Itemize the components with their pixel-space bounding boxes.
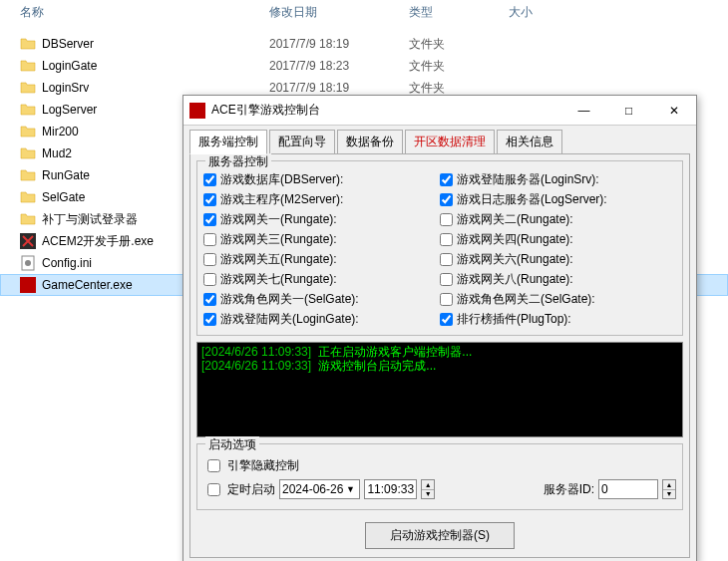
server-check-row: 排行榜插件(PlugTop): [440, 309, 676, 329]
col-type[interactable]: 类型 [409, 0, 509, 25]
server-checkbox[interactable] [203, 273, 216, 286]
file-date: 2017/7/9 18:19 [269, 37, 409, 51]
server-check-label: 游戏角色网关一(SelGate): [220, 291, 359, 308]
folder-icon [20, 58, 36, 74]
server-check-label: 游戏网关二(Rungate): [457, 211, 573, 228]
server-checkbox[interactable] [440, 173, 453, 186]
file-type: 文件夹 [409, 58, 509, 75]
server-check-label: 排行榜插件(PlugTop): [457, 311, 571, 328]
folder-icon [20, 36, 36, 52]
server-check-row: 游戏网关七(Rungate): [203, 269, 440, 289]
server-check-row: 游戏网关四(Rungate): [440, 229, 676, 249]
server-check-label: 游戏日志服务器(LogServer): [457, 191, 607, 208]
server-check-label: 游戏网关六(Rungate): [457, 251, 573, 268]
server-check-row: 游戏角色网关一(SelGate): [203, 289, 440, 309]
date-value: 2024-06-26 [282, 482, 343, 496]
server-check-row: 游戏网关一(Rungate): [203, 209, 440, 229]
launch-button[interactable]: 启动游戏控制器(S) [365, 522, 515, 549]
folder-icon [20, 167, 36, 183]
checks-right-column: 游戏登陆服务器(LoginSrv):游戏日志服务器(LogServer):游戏网… [440, 169, 676, 329]
svg-rect-3 [20, 277, 36, 293]
tab-0[interactable]: 服务端控制 [189, 130, 267, 154]
hide-engine-checkbox[interactable] [207, 459, 220, 472]
time-picker[interactable]: 11:09:33 [364, 479, 417, 499]
server-check-row: 游戏网关三(Rungate): [203, 229, 440, 249]
server-id-spinner[interactable]: ▲▼ [662, 479, 676, 499]
checks-left-column: 游戏数据库(DBServer):游戏主程序(M2Server):游戏网关一(Ru… [203, 169, 440, 329]
minimize-button[interactable]: — [561, 96, 606, 125]
server-checkbox[interactable] [203, 233, 216, 246]
servers-group-title: 服务器控制 [205, 153, 271, 170]
server-check-row: 游戏角色网关二(SelGate): [440, 289, 676, 309]
server-check-label: 游戏主程序(M2Server): [220, 191, 343, 208]
folder-icon [20, 189, 36, 205]
server-check-label: 游戏网关五(Rungate): [220, 251, 337, 268]
time-spinner[interactable]: ▲▼ [421, 479, 435, 499]
server-check-label: 游戏登陆服务器(LoginSrv): [457, 171, 599, 188]
time-value: 11:09:33 [367, 482, 414, 496]
server-id-label: 服务器ID: [544, 481, 594, 498]
file-type: 文件夹 [409, 36, 509, 53]
exe-app-icon [20, 277, 36, 293]
exe-red-icon [20, 233, 36, 249]
server-checkbox[interactable] [203, 293, 216, 306]
server-check-row: 游戏数据库(DBServer): [203, 169, 440, 189]
col-name[interactable]: 名称 [20, 0, 269, 25]
file-name: LoginGate [42, 59, 269, 73]
timed-start-label: 定时启动 [227, 481, 275, 498]
file-type: 文件夹 [409, 80, 509, 97]
options-group-title: 启动选项 [205, 436, 259, 453]
timed-start-checkbox[interactable] [207, 483, 220, 496]
folder-icon [20, 145, 36, 161]
tab-2[interactable]: 数据备份 [337, 130, 403, 153]
folder-icon [20, 102, 36, 118]
server-id-input[interactable] [598, 479, 658, 499]
file-row[interactable]: LoginGate2017/7/9 18:23文件夹 [0, 55, 728, 77]
folder-icon [20, 124, 36, 140]
server-checkbox[interactable] [440, 213, 453, 226]
close-button[interactable]: ✕ [651, 96, 696, 125]
server-checkbox[interactable] [440, 193, 453, 206]
server-checkbox[interactable] [203, 193, 216, 206]
log-console: [2024/6/26 11:09:33] 正在启动游戏客户端控制器... [20… [196, 342, 683, 437]
app-icon [189, 103, 205, 119]
server-check-label: 游戏登陆网关(LoginGate): [220, 311, 359, 328]
file-row[interactable]: DBServer2017/7/9 18:19文件夹 [0, 33, 728, 55]
server-checkbox[interactable] [203, 213, 216, 226]
col-size[interactable]: 大小 [509, 0, 588, 25]
tab-4[interactable]: 相关信息 [497, 130, 562, 153]
server-check-label: 游戏网关三(Rungate): [220, 231, 337, 248]
server-check-label: 游戏角色网关二(SelGate): [457, 291, 595, 308]
server-check-row: 游戏网关六(Rungate): [440, 249, 676, 269]
server-checkbox[interactable] [440, 313, 453, 326]
window-title: ACE引擎游戏控制台 [211, 102, 561, 119]
tab-1[interactable]: 配置向导 [269, 130, 335, 153]
ini-icon [20, 255, 36, 271]
col-date[interactable]: 修改日期 [269, 0, 409, 25]
file-name: DBServer [42, 37, 269, 51]
server-checkbox[interactable] [440, 253, 453, 266]
server-checkbox[interactable] [440, 273, 453, 286]
chevron-down-icon[interactable]: ▼ [343, 484, 357, 494]
server-checkbox[interactable] [440, 293, 453, 306]
folder-icon [20, 211, 36, 227]
server-check-row: 游戏网关五(Rungate): [203, 249, 440, 269]
server-check-label: 游戏数据库(DBServer): [220, 171, 343, 188]
titlebar[interactable]: ACE引擎游戏控制台 — □ ✕ [183, 96, 696, 126]
tab-bar: 服务端控制配置向导数据备份开区数据清理相关信息 [183, 126, 696, 153]
date-picker[interactable]: 2024-06-26 ▼ [279, 479, 360, 499]
file-date: 2017/7/9 18:23 [269, 59, 409, 73]
server-check-label: 游戏网关七(Rungate): [220, 271, 337, 288]
tab-3[interactable]: 开区数据清理 [405, 130, 495, 153]
hide-engine-label: 引擎隐藏控制 [227, 457, 299, 474]
server-checkbox[interactable] [440, 233, 453, 246]
svg-point-2 [25, 260, 31, 266]
file-name: LoginSrv [42, 81, 269, 95]
maximize-button[interactable]: □ [606, 96, 651, 125]
server-check-label: 游戏网关八(Rungate): [457, 271, 573, 288]
server-checkbox[interactable] [203, 173, 216, 186]
server-checkbox[interactable] [203, 253, 216, 266]
server-check-row: 游戏登陆网关(LoginGate): [203, 309, 440, 329]
servers-groupbox: 服务器控制 游戏数据库(DBServer):游戏主程序(M2Server):游戏… [196, 160, 683, 336]
server-checkbox[interactable] [203, 313, 216, 326]
